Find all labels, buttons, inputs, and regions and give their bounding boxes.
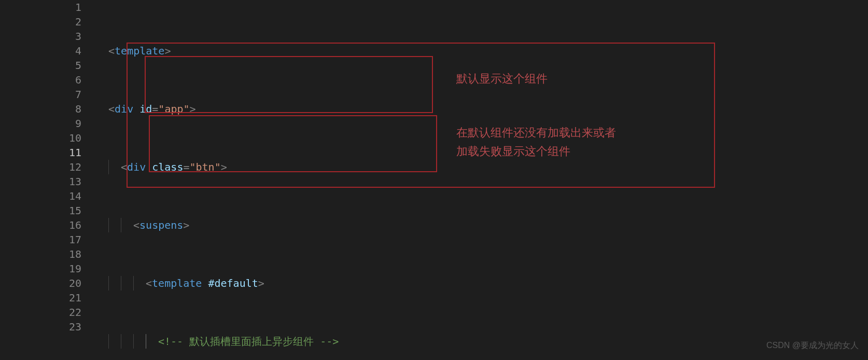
line-number: 6 xyxy=(0,73,81,87)
code-line[interactable]: <template #default> xyxy=(96,276,868,290)
line-number: 15 xyxy=(0,203,81,218)
line-number: 18 xyxy=(0,247,81,261)
line-number: 19 xyxy=(0,261,81,276)
line-number: 7 xyxy=(0,87,81,102)
line-number: 16 xyxy=(0,218,81,232)
line-number: 13 xyxy=(0,174,81,189)
line-number: 21 xyxy=(0,290,81,305)
line-number: 23 xyxy=(0,320,81,334)
code-line[interactable]: <suspens> xyxy=(96,218,868,232)
code-editor[interactable]: 1 2 3 4 5 6 7 8 9 10 11 12 13 14 15 16 1… xyxy=(0,0,868,360)
code-line[interactable]: <!-- 默认插槽里面插上异步组件 --> xyxy=(96,334,868,349)
line-number: 12 xyxy=(0,160,81,174)
line-number: 10 xyxy=(0,131,81,145)
line-number: 2 xyxy=(0,15,81,29)
line-number: 11 xyxy=(0,145,81,160)
code-line[interactable]: <div id="app"> xyxy=(96,102,868,116)
line-number: 22 xyxy=(0,305,81,320)
line-number: 9 xyxy=(0,116,81,131)
annotation-text-fallback-1: 在默认组件还没有加载出来或者 xyxy=(456,126,616,140)
code-line[interactable]: <div class="btn"> xyxy=(96,160,868,174)
annotation-text-fallback-2: 加载失败显示这个组件 xyxy=(456,144,570,159)
line-number: 8 xyxy=(0,102,81,116)
line-number: 5 xyxy=(0,58,81,73)
code-line[interactable]: <template> xyxy=(96,44,868,58)
line-number: 20 xyxy=(0,276,81,290)
line-number: 3 xyxy=(0,29,81,44)
line-number: 4 xyxy=(0,44,81,58)
line-number: 1 xyxy=(0,0,81,15)
code-area[interactable]: <template> <div id="app"> <div class="bt… xyxy=(96,0,868,360)
line-number-gutter: 1 2 3 4 5 6 7 8 9 10 11 12 13 14 15 16 1… xyxy=(0,0,96,360)
line-number: 14 xyxy=(0,189,81,203)
annotation-text-default: 默认显示这个组件 xyxy=(456,72,548,86)
line-number: 17 xyxy=(0,232,81,247)
watermark: CSDN @要成为光的女人 xyxy=(766,338,859,353)
